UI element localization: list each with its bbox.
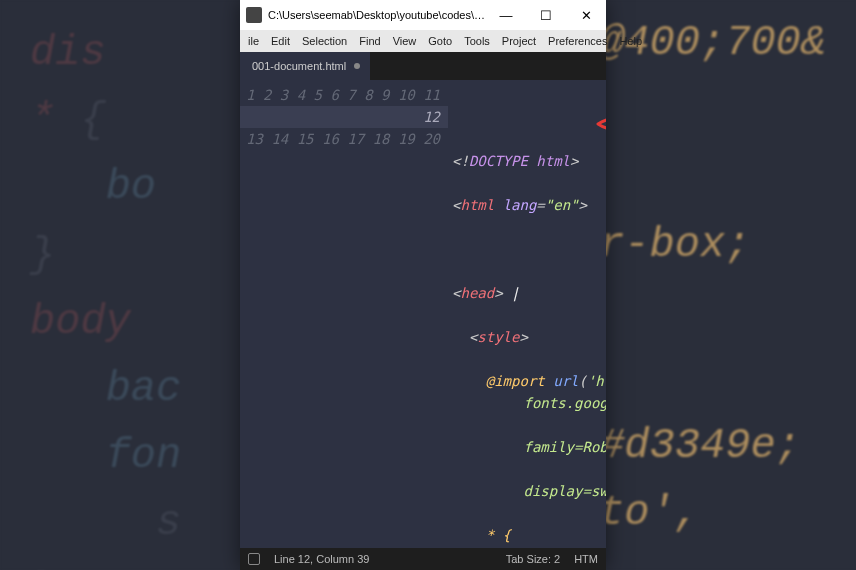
menu-edit[interactable]: Edit: [265, 32, 296, 50]
status-tabsize[interactable]: Tab Size: 2: [506, 553, 560, 565]
code-editor[interactable]: 1 2 3 4 5 6 7 8 9 10 11 12 13 14 15 16 1…: [240, 80, 606, 548]
status-language[interactable]: HTM: [574, 553, 598, 565]
tab-bar: 001-document.html: [240, 52, 606, 80]
menu-bar: ile Edit Selection Find View Goto Tools …: [240, 30, 606, 52]
menu-preferences[interactable]: Preferences: [542, 32, 613, 50]
editor-window: C:\Users\seemab\Desktop\youtube\codes\.a…: [240, 0, 606, 570]
tab-modified-icon: [354, 63, 360, 69]
status-position[interactable]: Line 12, Column 39: [274, 553, 369, 565]
app-icon: [246, 7, 262, 23]
window-titlebar[interactable]: C:\Users\seemab\Desktop\youtube\codes\.a…: [240, 0, 606, 30]
status-bar: Line 12, Column 39 Tab Size: 2 HTM: [240, 548, 606, 570]
tab-document[interactable]: 001-document.html: [240, 52, 370, 80]
maximize-button[interactable]: ☐: [526, 0, 566, 30]
menu-selection[interactable]: Selection: [296, 32, 353, 50]
menu-goto[interactable]: Goto: [422, 32, 458, 50]
menu-tools[interactable]: Tools: [458, 32, 496, 50]
menu-view[interactable]: View: [387, 32, 423, 50]
menu-help[interactable]: Help: [613, 32, 648, 50]
window-title: C:\Users\seemab\Desktop\youtube\codes\.a…: [268, 9, 486, 21]
menu-project[interactable]: Project: [496, 32, 542, 50]
menu-file[interactable]: ile: [242, 32, 265, 50]
watermark-logo: [526, 84, 596, 120]
line-gutter: 1 2 3 4 5 6 7 8 9 10 11 12 13 14 15 16 1…: [240, 80, 448, 548]
code-area[interactable]: <!DOCTYPE html> <html lang="en"> <head> …: [448, 80, 606, 548]
close-button[interactable]: ✕: [566, 0, 606, 30]
menu-find[interactable]: Find: [353, 32, 386, 50]
tab-label: 001-document.html: [252, 60, 346, 72]
minimize-button[interactable]: —: [486, 0, 526, 30]
status-icon[interactable]: [248, 553, 260, 565]
